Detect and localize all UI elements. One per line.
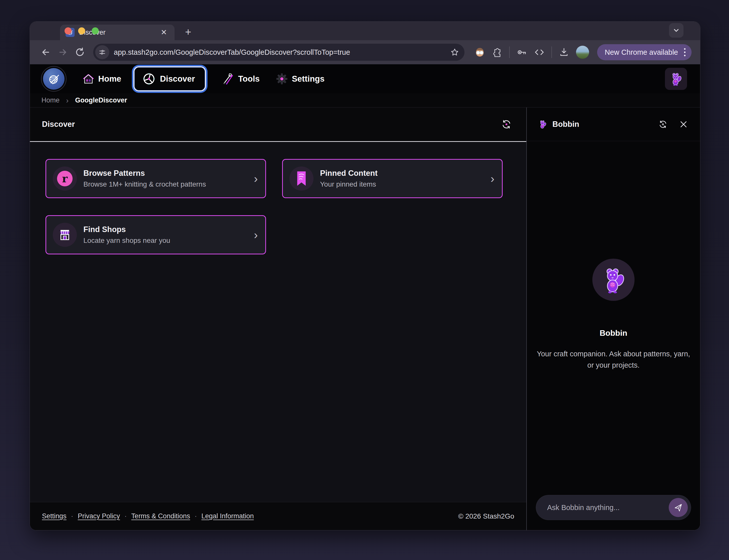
breadcrumb-separator-icon: ›	[66, 96, 69, 105]
extensions-puzzle-icon[interactable]	[492, 47, 503, 58]
settings-gear-icon	[276, 73, 288, 85]
card-subtitle: Locate yarn shops near you	[83, 237, 247, 245]
nav-label-settings: Settings	[292, 74, 324, 84]
sidebar-refresh-button[interactable]	[658, 119, 668, 129]
bobbin-sidebar: Bobbin Bobbin Your craft companion. Ask …	[527, 107, 700, 530]
tab-search-chevron-button[interactable]	[669, 23, 684, 38]
bobbin-name: Bobbin	[600, 328, 627, 338]
extension-face-icon[interactable]	[474, 46, 486, 58]
sidebar-close-button[interactable]	[679, 120, 688, 129]
chrome-update-button[interactable]: New Chrome available	[597, 44, 692, 60]
refresh-button[interactable]	[501, 119, 512, 130]
toolbar-divider	[551, 46, 552, 58]
bobbin-squirrel-icon	[669, 72, 683, 86]
address-bar[interactable]: app.stash2go.com/GoogleDiscoverTab/Googl…	[93, 44, 465, 61]
traffic-lights	[65, 22, 99, 40]
app-logo[interactable]	[41, 66, 67, 92]
discover-cards: r Browse Patterns Browse 1M+ knitting & …	[30, 142, 526, 502]
nav-item-tools[interactable]: Tools	[222, 73, 260, 85]
send-paper-plane-icon	[674, 503, 683, 512]
minimize-window-button[interactable]	[78, 27, 85, 34]
url-text[interactable]: app.stash2go.com/GoogleDiscoverTab/Googl…	[114, 48, 443, 57]
new-tab-button[interactable]: +	[182, 26, 195, 39]
card-find-shops[interactable]: Find Shops Locate yarn shops near you ›	[45, 215, 266, 254]
discover-compass-icon	[142, 72, 156, 86]
profile-avatar[interactable]	[576, 46, 589, 59]
nav-item-discover[interactable]: Discover	[133, 66, 206, 91]
browser-menu-kebab-icon[interactable]	[683, 48, 687, 56]
chrome-update-label: New Chrome available	[605, 48, 678, 57]
discover-panel: Discover r Browse Patterns Browse 1M+ kn…	[30, 107, 526, 530]
bobbin-description: Your craft companion. Ask about patterns…	[537, 348, 690, 371]
ravelry-icon: r	[53, 166, 77, 191]
card-title: Browse Patterns	[83, 169, 247, 178]
toolbar-divider	[509, 46, 510, 58]
bobbin-input-area	[527, 488, 700, 530]
breadcrumb-current: GoogleDiscover	[75, 96, 127, 104]
footer-link-legal[interactable]: Legal Information	[201, 512, 254, 520]
nav-label-discover: Discover	[160, 74, 195, 84]
zoom-window-button[interactable]	[92, 27, 99, 34]
card-title: Pinned Content	[320, 169, 484, 178]
reload-button[interactable]	[73, 45, 87, 60]
site-info-icon[interactable]	[95, 45, 109, 59]
chevron-right-icon: ›	[491, 172, 494, 185]
bookmark-icon	[289, 166, 313, 191]
card-pinned-content[interactable]: Pinned Content Your pinned items ›	[282, 159, 503, 198]
yarn-logo-icon	[43, 68, 65, 90]
app-navbar: Home Discover Tools Settings	[30, 64, 700, 93]
close-window-button[interactable]	[65, 27, 72, 34]
home-icon	[83, 73, 94, 85]
bobbin-mascot-circle	[592, 259, 635, 301]
footer-link-privacy-policy[interactable]: Privacy Policy	[78, 512, 120, 520]
breadcrumb-home-link[interactable]: Home	[41, 96, 60, 104]
nav-item-settings[interactable]: Settings	[276, 73, 324, 85]
nav-label-tools: Tools	[238, 74, 260, 84]
forward-button[interactable]	[55, 45, 70, 60]
sidebar-title: Bobbin	[552, 120, 653, 129]
chevron-right-icon: ›	[254, 172, 258, 185]
ask-bobbin-input[interactable]	[547, 503, 665, 512]
chevron-right-icon: ›	[254, 228, 258, 242]
nav-item-home[interactable]: Home	[83, 73, 121, 85]
card-subtitle: Browse 1M+ knitting & crochet patterns	[83, 180, 247, 188]
browser-window: Discover ✕ + app.stash2go.com/GoogleDisc…	[30, 21, 700, 530]
tab-strip: Discover ✕ +	[30, 22, 700, 40]
storefront-icon	[53, 223, 77, 247]
breadcrumb: Home › GoogleDiscover	[30, 93, 700, 107]
send-button[interactable]	[669, 498, 688, 517]
footer-link-settings[interactable]: Settings	[42, 512, 67, 520]
browser-toolbar: app.stash2go.com/GoogleDiscoverTab/Googl…	[30, 40, 700, 64]
bobbin-mascot-icon	[599, 266, 628, 294]
app-footer: Settings · Privacy Policy · Terms & Cond…	[30, 502, 526, 530]
tab-close-icon[interactable]: ✕	[159, 28, 169, 37]
back-button[interactable]	[38, 45, 53, 60]
page-title: Discover	[42, 120, 75, 129]
copyright-text: © 2026 Stash2Go	[458, 512, 514, 520]
bobbin-empty-state: Bobbin Your craft companion. Ask about p…	[527, 141, 700, 488]
bookmark-star-icon[interactable]	[448, 45, 462, 60]
card-browse-patterns[interactable]: r Browse Patterns Browse 1M+ knitting & …	[45, 159, 266, 198]
tools-needles-icon	[222, 73, 234, 85]
passwords-key-icon[interactable]	[516, 47, 527, 58]
footer-link-terms[interactable]: Terms & Conditions	[131, 512, 190, 520]
bobbin-avatar-button[interactable]	[665, 68, 687, 90]
devtools-code-icon[interactable]	[534, 47, 545, 58]
card-title: Find Shops	[83, 225, 247, 234]
bobbin-header-squirrel-icon	[538, 120, 547, 129]
nav-label-home: Home	[98, 74, 121, 84]
downloads-icon[interactable]	[559, 47, 570, 58]
card-subtitle: Your pinned items	[320, 180, 484, 188]
toolbar-extension-icons	[474, 46, 589, 59]
